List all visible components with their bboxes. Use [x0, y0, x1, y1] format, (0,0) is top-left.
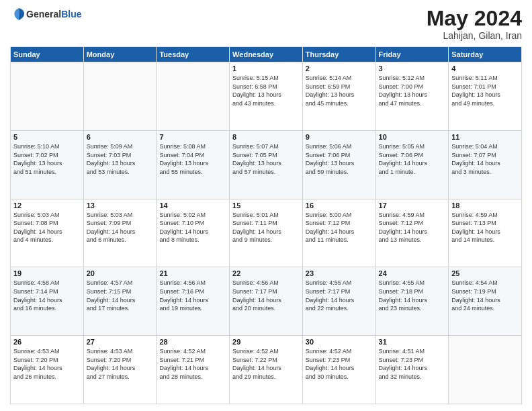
calendar-cell: 28Sunrise: 4:52 AM Sunset: 7:21 PM Dayli… — [157, 336, 230, 404]
day-info: Sunrise: 4:53 AM Sunset: 7:20 PM Dayligh… — [87, 347, 154, 381]
calendar-cell: 13Sunrise: 5:03 AM Sunset: 7:09 PM Dayli… — [83, 199, 157, 267]
day-info: Sunrise: 4:54 AM Sunset: 7:19 PM Dayligh… — [451, 279, 519, 312]
calendar-cell: 5Sunrise: 5:10 AM Sunset: 7:02 PM Daylig… — [11, 130, 84, 199]
calendar-cell — [157, 62, 230, 131]
weekday-header-row: SundayMondayTuesdayWednesdayThursdayFrid… — [11, 47, 522, 62]
day-number: 5 — [13, 133, 81, 141]
calendar-cell: 22Sunrise: 4:56 AM Sunset: 7:17 PM Dayli… — [230, 267, 303, 336]
calendar-cell: 11Sunrise: 5:04 AM Sunset: 7:07 PM Dayli… — [449, 130, 522, 199]
calendar-cell: 17Sunrise: 4:59 AM Sunset: 7:12 PM Dayli… — [375, 199, 449, 267]
day-info: Sunrise: 5:11 AM Sunset: 7:01 PM Dayligh… — [451, 74, 519, 107]
day-info: Sunrise: 4:52 AM Sunset: 7:23 PM Dayligh… — [306, 347, 373, 381]
day-info: Sunrise: 4:59 AM Sunset: 7:12 PM Dayligh… — [379, 211, 446, 244]
day-number: 26 — [13, 338, 81, 346]
day-number: 15 — [232, 201, 300, 210]
calendar-cell: 29Sunrise: 4:52 AM Sunset: 7:22 PM Dayli… — [230, 336, 303, 404]
logo-general-text: General — [26, 9, 61, 19]
day-info: Sunrise: 4:56 AM Sunset: 7:16 PM Dayligh… — [159, 279, 226, 312]
calendar-cell: 4Sunrise: 5:11 AM Sunset: 7:01 PM Daylig… — [449, 62, 522, 131]
calendar-cell: 1Sunrise: 5:15 AM Sunset: 6:58 PM Daylig… — [230, 62, 303, 131]
day-info: Sunrise: 4:58 AM Sunset: 7:14 PM Dayligh… — [13, 279, 81, 312]
header: GeneralBlue May 2024 Lahijan, Gilan, Ira… — [10, 7, 522, 41]
day-number: 21 — [159, 269, 226, 277]
calendar-cell — [11, 62, 84, 131]
calendar-cell — [83, 62, 157, 131]
week-row-0: 1Sunrise: 5:15 AM Sunset: 6:58 PM Daylig… — [11, 62, 522, 131]
day-number: 9 — [306, 133, 373, 141]
calendar-cell: 31Sunrise: 4:51 AM Sunset: 7:23 PM Dayli… — [375, 336, 449, 404]
day-number: 16 — [306, 201, 373, 210]
calendar-cell — [449, 336, 522, 404]
day-number: 12 — [13, 201, 81, 210]
day-number: 29 — [232, 338, 300, 346]
calendar-cell: 18Sunrise: 4:59 AM Sunset: 7:13 PM Dayli… — [449, 199, 522, 267]
day-number: 14 — [159, 201, 226, 210]
calendar-cell: 21Sunrise: 4:56 AM Sunset: 7:16 PM Dayli… — [157, 267, 230, 336]
day-number: 25 — [451, 269, 519, 277]
calendar-cell: 23Sunrise: 4:55 AM Sunset: 7:17 PM Dayli… — [302, 267, 375, 336]
calendar-cell: 3Sunrise: 5:12 AM Sunset: 7:00 PM Daylig… — [375, 62, 449, 131]
day-number: 31 — [379, 338, 446, 346]
day-number: 23 — [306, 269, 373, 277]
logo-icon — [11, 7, 26, 21]
day-info: Sunrise: 4:56 AM Sunset: 7:17 PM Dayligh… — [232, 279, 300, 312]
day-info: Sunrise: 5:14 AM Sunset: 6:59 PM Dayligh… — [306, 74, 373, 107]
week-row-3: 19Sunrise: 4:58 AM Sunset: 7:14 PM Dayli… — [11, 267, 522, 336]
day-info: Sunrise: 5:05 AM Sunset: 7:06 PM Dayligh… — [379, 142, 446, 176]
day-info: Sunrise: 4:53 AM Sunset: 7:20 PM Dayligh… — [13, 347, 81, 381]
day-info: Sunrise: 5:08 AM Sunset: 7:04 PM Dayligh… — [159, 142, 226, 176]
weekday-header-thursday: Thursday — [302, 47, 375, 62]
day-info: Sunrise: 5:04 AM Sunset: 7:07 PM Dayligh… — [451, 142, 519, 176]
day-number: 19 — [13, 269, 81, 277]
week-row-1: 5Sunrise: 5:10 AM Sunset: 7:02 PM Daylig… — [11, 130, 522, 199]
weekday-header-wednesday: Wednesday — [230, 47, 303, 62]
week-row-4: 26Sunrise: 4:53 AM Sunset: 7:20 PM Dayli… — [11, 336, 522, 404]
calendar-cell: 26Sunrise: 4:53 AM Sunset: 7:20 PM Dayli… — [11, 336, 84, 404]
day-number: 28 — [159, 338, 226, 346]
day-info: Sunrise: 5:07 AM Sunset: 7:05 PM Dayligh… — [232, 142, 300, 176]
calendar-cell: 16Sunrise: 5:00 AM Sunset: 7:12 PM Dayli… — [302, 199, 375, 267]
day-number: 20 — [87, 269, 154, 277]
calendar-cell: 9Sunrise: 5:06 AM Sunset: 7:06 PM Daylig… — [302, 130, 375, 199]
calendar-cell: 8Sunrise: 5:07 AM Sunset: 7:05 PM Daylig… — [230, 130, 303, 199]
calendar-cell: 20Sunrise: 4:57 AM Sunset: 7:15 PM Dayli… — [83, 267, 157, 336]
weekday-header-saturday: Saturday — [449, 47, 522, 62]
day-info: Sunrise: 5:03 AM Sunset: 7:08 PM Dayligh… — [13, 211, 81, 244]
logo-blue-text: Blue — [61, 9, 81, 19]
day-number: 24 — [379, 269, 446, 277]
day-number: 10 — [379, 133, 446, 141]
day-number: 22 — [232, 269, 300, 277]
logo: GeneralBlue — [10, 7, 81, 21]
day-info: Sunrise: 5:06 AM Sunset: 7:06 PM Dayligh… — [306, 142, 373, 176]
calendar-cell: 19Sunrise: 4:58 AM Sunset: 7:14 PM Dayli… — [11, 267, 84, 336]
calendar-cell: 25Sunrise: 4:54 AM Sunset: 7:19 PM Dayli… — [449, 267, 522, 336]
day-number: 4 — [451, 64, 519, 73]
day-info: Sunrise: 5:12 AM Sunset: 7:00 PM Dayligh… — [379, 74, 446, 107]
calendar-cell: 10Sunrise: 5:05 AM Sunset: 7:06 PM Dayli… — [375, 130, 449, 199]
day-number: 11 — [451, 133, 519, 141]
weekday-header-sunday: Sunday — [11, 47, 84, 62]
calendar-cell: 30Sunrise: 4:52 AM Sunset: 7:23 PM Dayli… — [302, 336, 375, 404]
calendar-cell: 27Sunrise: 4:53 AM Sunset: 7:20 PM Dayli… — [83, 336, 157, 404]
day-number: 30 — [306, 338, 373, 346]
day-info: Sunrise: 4:52 AM Sunset: 7:21 PM Dayligh… — [159, 347, 226, 381]
day-info: Sunrise: 5:01 AM Sunset: 7:11 PM Dayligh… — [232, 211, 300, 244]
day-info: Sunrise: 5:09 AM Sunset: 7:03 PM Dayligh… — [87, 142, 154, 176]
calendar-cell: 6Sunrise: 5:09 AM Sunset: 7:03 PM Daylig… — [83, 130, 157, 199]
day-number: 1 — [232, 64, 300, 73]
day-number: 2 — [306, 64, 373, 73]
day-info: Sunrise: 5:15 AM Sunset: 6:58 PM Dayligh… — [232, 74, 300, 107]
weekday-header-friday: Friday — [375, 47, 449, 62]
day-number: 3 — [379, 64, 446, 73]
calendar-location: Lahijan, Gilan, Iran — [427, 30, 522, 41]
day-info: Sunrise: 4:55 AM Sunset: 7:18 PM Dayligh… — [379, 279, 446, 312]
calendar-table: SundayMondayTuesdayWednesdayThursdayFrid… — [10, 46, 522, 404]
day-info: Sunrise: 5:03 AM Sunset: 7:09 PM Dayligh… — [87, 211, 154, 244]
day-number: 7 — [159, 133, 226, 141]
weekday-header-monday: Monday — [83, 47, 157, 62]
day-number: 6 — [87, 133, 154, 141]
calendar-cell: 15Sunrise: 5:01 AM Sunset: 7:11 PM Dayli… — [230, 199, 303, 267]
week-row-2: 12Sunrise: 5:03 AM Sunset: 7:08 PM Dayli… — [11, 199, 522, 267]
page: GeneralBlue May 2024 Lahijan, Gilan, Ira… — [0, 0, 532, 411]
calendar-cell: 2Sunrise: 5:14 AM Sunset: 6:59 PM Daylig… — [302, 62, 375, 131]
